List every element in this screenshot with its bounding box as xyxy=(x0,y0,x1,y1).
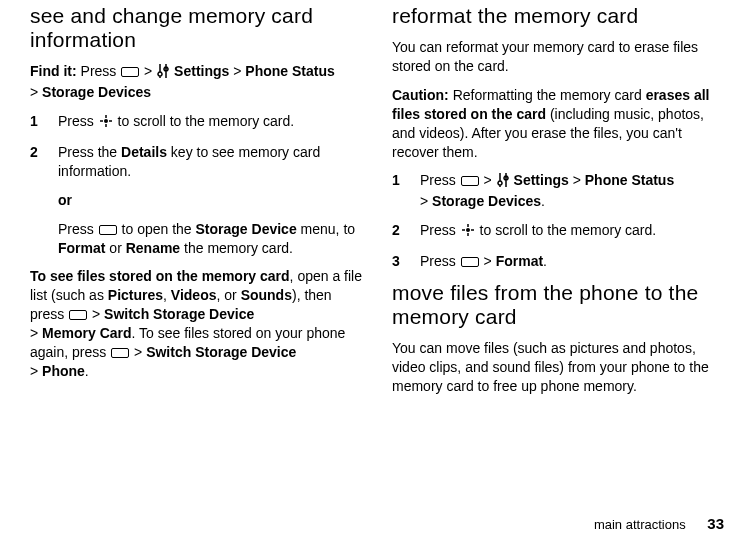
svg-point-0 xyxy=(104,119,108,123)
step-number: 3 xyxy=(392,252,420,271)
gt: > xyxy=(484,253,492,269)
step-body: Press the Details key to see memory card… xyxy=(58,143,364,257)
find-it-label: Find it: xyxy=(30,63,77,79)
text: to scroll to the memory card. xyxy=(476,222,657,238)
gt: > xyxy=(30,84,38,100)
gt: > xyxy=(134,344,142,360)
nav-key-icon xyxy=(99,114,113,133)
text: Press xyxy=(58,113,98,129)
settings-label: Settings xyxy=(174,63,229,79)
menu-key-icon xyxy=(99,225,117,235)
phone-status-label: Phone Status xyxy=(585,172,674,188)
section-name: main attractions xyxy=(594,517,686,532)
heading-see-change: see and change memory card information xyxy=(30,4,364,52)
text: , xyxy=(163,287,171,303)
switch-storage-label: Switch Storage Device xyxy=(146,344,296,360)
gt: > xyxy=(573,172,581,188)
text: the memory card. xyxy=(180,240,293,256)
storage-device-label: Storage Device xyxy=(196,221,297,237)
text: Press xyxy=(420,253,460,269)
step-number: 2 xyxy=(392,221,420,242)
see-files-para: To see files stored on the memory card, … xyxy=(30,267,364,380)
step-3: 3 Press > Format. xyxy=(392,252,726,271)
gt: > xyxy=(420,193,428,209)
gt: > xyxy=(484,172,492,188)
text: menu, to xyxy=(297,221,355,237)
find-it-line: Find it: Press > Settings > Phone Status… xyxy=(30,62,364,102)
page-columns: see and change memory card information F… xyxy=(30,0,726,406)
step-number: 1 xyxy=(392,171,420,211)
menu-key-icon xyxy=(69,310,87,320)
menu-key-icon xyxy=(121,67,139,77)
text: Press xyxy=(58,221,98,237)
storage-devices-label: Storage Devices xyxy=(432,193,541,209)
text: Reformatting the memory card xyxy=(449,87,646,103)
menu-key-icon xyxy=(111,348,129,358)
pictures-label: Pictures xyxy=(108,287,163,303)
gt: > xyxy=(92,306,100,322)
left-column: see and change memory card information F… xyxy=(30,4,364,406)
text: Press xyxy=(420,172,460,188)
switch-storage-label: Switch Storage Device xyxy=(104,306,254,322)
sounds-label: Sounds xyxy=(241,287,292,303)
step-body: Press to scroll to the memory card. xyxy=(58,112,364,133)
lead: To see files stored on the memory card xyxy=(30,268,290,284)
format-label: Format xyxy=(58,240,105,256)
format-label: Format xyxy=(496,253,543,269)
text: , or xyxy=(217,287,241,303)
step-alt: Press to open the Storage Device menu, t… xyxy=(58,220,364,258)
videos-label: Videos xyxy=(171,287,217,303)
reformat-intro: You can reformat your memory card to era… xyxy=(392,38,726,76)
menu-key-icon xyxy=(461,257,479,267)
page-number: 33 xyxy=(707,515,724,532)
text: Press xyxy=(420,222,460,238)
caution-para: Caution: Reformatting the memory card er… xyxy=(392,86,726,162)
step-2: 2 Press to scroll to the memory card. xyxy=(392,221,726,242)
menu-key-icon xyxy=(461,176,479,186)
step-number: 2 xyxy=(30,143,58,257)
svg-point-1 xyxy=(466,228,470,232)
memory-card-label: Memory Card xyxy=(42,325,131,341)
details-key: Details xyxy=(121,144,167,160)
move-files-para: You can move files (such as pictures and… xyxy=(392,339,726,396)
settings-label: Settings xyxy=(514,172,569,188)
text: Press xyxy=(77,63,121,79)
step-2: 2 Press the Details key to see memory ca… xyxy=(30,143,364,257)
phone-status-label: Phone Status xyxy=(245,63,334,79)
text: . xyxy=(85,363,89,379)
step-1: 1 Press > Settings > Phone Status> Stora… xyxy=(392,171,726,211)
heading-reformat: reformat the memory card xyxy=(392,4,726,28)
gt: > xyxy=(30,363,38,379)
storage-devices-label: Storage Devices xyxy=(42,84,151,100)
text: to open the xyxy=(118,221,196,237)
step-number: 1 xyxy=(30,112,58,133)
step-body: Press to scroll to the memory card. xyxy=(420,221,726,242)
gt: > xyxy=(229,63,245,79)
text: or xyxy=(105,240,125,256)
text: . xyxy=(543,253,547,269)
or-label: or xyxy=(58,191,364,210)
text: to scroll to the memory card. xyxy=(114,113,295,129)
gt: > xyxy=(30,325,38,341)
heading-move-files: move files from the phone to the memory … xyxy=(392,281,726,329)
right-column: reformat the memory card You can reforma… xyxy=(392,4,726,406)
text: Press the xyxy=(58,144,121,160)
steps-left: 1 Press to scroll to the memory card. 2 … xyxy=(30,112,364,257)
settings-icon xyxy=(157,64,169,83)
text: . xyxy=(541,193,545,209)
settings-icon xyxy=(497,173,509,192)
caution-label: Caution: xyxy=(392,87,449,103)
phone-label: Phone xyxy=(42,363,85,379)
step-1: 1 Press to scroll to the memory card. xyxy=(30,112,364,133)
gt: > xyxy=(140,63,156,79)
step-body: Press > Format. xyxy=(420,252,726,271)
page-footer: main attractions 33 xyxy=(594,514,724,534)
rename-label: Rename xyxy=(126,240,180,256)
step-body: Press > Settings > Phone Status> Storage… xyxy=(420,171,726,211)
nav-key-icon xyxy=(461,223,475,242)
steps-right: 1 Press > Settings > Phone Status> Stora… xyxy=(392,171,726,271)
